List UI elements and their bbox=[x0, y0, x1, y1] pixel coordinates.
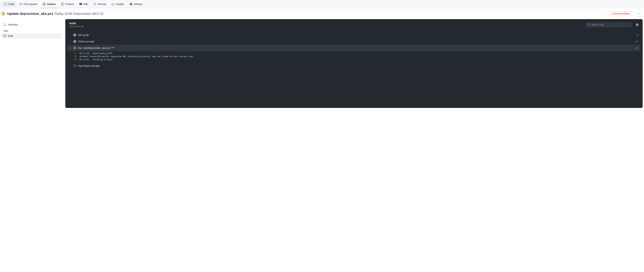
kebab-horizontal-icon bbox=[637, 12, 640, 15]
check-circle-icon bbox=[73, 40, 76, 43]
tab-settings-label: Settings bbox=[134, 3, 142, 5]
log-lines: 12 03:12:58 - Downloading RCTL 13 <h1>No… bbox=[67, 51, 641, 63]
line-text: <h1>Not Found</h1><p>The requested URL /… bbox=[79, 55, 193, 58]
search-logs-input[interactable] bbox=[592, 23, 630, 26]
sidebar: Summary Jobs build bbox=[1, 19, 61, 108]
tab-security-label: Security bbox=[98, 3, 106, 5]
search-icon bbox=[588, 23, 590, 26]
step-time: 1s bbox=[636, 34, 638, 36]
pending-circle-icon bbox=[73, 65, 76, 67]
more-menu-button[interactable] bbox=[636, 11, 641, 16]
status-running-icon bbox=[4, 34, 6, 37]
step-label: Post Check out repo bbox=[78, 65, 637, 67]
workflow-title: Update deprovision_aks.ps1 Rafay SOM Dep… bbox=[7, 12, 607, 16]
git-pull-request-icon bbox=[19, 3, 22, 5]
table-icon bbox=[61, 3, 64, 5]
run-body: Summary Jobs build build Started 26s ago bbox=[0, 19, 644, 112]
tab-security[interactable]: Security bbox=[92, 1, 108, 7]
steps-list: Set up job 1s Check out repo 12s bbox=[65, 30, 643, 72]
tab-pulls-label: Pull requests bbox=[24, 3, 37, 5]
workflow-title-sub: Rafay SOM Deprovision AKS #2 bbox=[54, 12, 104, 16]
tab-settings[interactable]: Settings bbox=[128, 1, 144, 7]
tab-projects-label: Projects bbox=[65, 3, 74, 5]
sidebar-job-build[interactable]: build bbox=[1, 33, 61, 39]
tab-actions[interactable]: Actions bbox=[41, 1, 58, 7]
sidebar-jobs-header: Jobs bbox=[1, 27, 61, 33]
log-started: Started 26s ago bbox=[70, 25, 583, 28]
tab-projects[interactable]: Projects bbox=[59, 1, 76, 7]
tab-actions-label: Actions bbox=[47, 3, 56, 5]
tab-code-label: Code bbox=[8, 3, 14, 5]
repo-nav: Code Pull requests Actions Projects Wiki… bbox=[0, 0, 644, 8]
log-title: build bbox=[70, 22, 583, 25]
tab-wiki-label: Wiki bbox=[84, 3, 88, 5]
step-time: 14s bbox=[635, 47, 638, 49]
log-header: build Started 26s ago bbox=[65, 19, 643, 30]
svg-point-1 bbox=[638, 13, 639, 14]
log-line: 14 03:13:01 - Deleting Cluster bbox=[67, 58, 641, 61]
log-settings-button[interactable] bbox=[634, 22, 640, 27]
status-running-icon bbox=[1, 12, 5, 15]
tab-insights[interactable]: Insights bbox=[110, 1, 126, 7]
workflow-title-main: Update deprovision_aks.ps1 bbox=[7, 12, 54, 16]
chevron-down-icon bbox=[69, 47, 72, 49]
log-panel: build Started 26s ago Set up job 1s bbox=[65, 19, 643, 108]
tab-pulls[interactable]: Pull requests bbox=[17, 1, 39, 7]
line-number: 13 bbox=[72, 55, 76, 58]
book-icon bbox=[79, 3, 82, 5]
step-label: Run ./aks/deprovision_aks.ps1 '*** bbox=[78, 47, 634, 49]
code-icon bbox=[4, 3, 7, 5]
step-label: Set up job bbox=[78, 34, 634, 36]
line-text: 03:12:58 - Downloading RCTL bbox=[79, 52, 113, 55]
step-setup-job[interactable]: Set up job 1s bbox=[67, 32, 641, 38]
cancel-workflow-button[interactable]: Cancel workflow bbox=[609, 11, 632, 16]
line-number: 12 bbox=[72, 52, 76, 55]
log-line: 12 03:12:58 - Downloading RCTL bbox=[67, 52, 641, 55]
chevron-right-icon bbox=[69, 34, 72, 36]
shield-icon bbox=[94, 3, 96, 5]
svg-point-2 bbox=[640, 13, 640, 14]
step-run-deprovision[interactable]: Run ./aks/deprovision_aks.ps1 '*** 14s bbox=[67, 45, 641, 51]
tab-code[interactable]: Code bbox=[2, 1, 16, 7]
play-circle-icon bbox=[43, 3, 46, 5]
step-post-checkout[interactable]: Post Check out repo bbox=[67, 63, 641, 69]
chevron-right-icon bbox=[69, 41, 72, 42]
gear-icon bbox=[130, 3, 132, 5]
workflow-icon bbox=[4, 23, 6, 26]
log-line: 13 <h1>Not Found</h1><p>The requested UR… bbox=[67, 55, 641, 58]
status-running-icon bbox=[73, 46, 76, 49]
svg-point-0 bbox=[637, 13, 638, 14]
step-time: 12s bbox=[635, 40, 638, 43]
search-logs-wrap[interactable] bbox=[586, 22, 632, 27]
line-text: 03:13:01 - Deleting Cluster bbox=[79, 58, 113, 61]
line-number: 14 bbox=[72, 58, 76, 61]
workflow-header: Update deprovision_aks.ps1 Rafay SOM Dep… bbox=[0, 8, 644, 19]
tab-insights-label: Insights bbox=[116, 3, 124, 5]
sidebar-job-build-label: build bbox=[8, 34, 13, 37]
step-checkout-repo[interactable]: Check out repo 12s bbox=[67, 38, 641, 45]
sidebar-summary[interactable]: Summary bbox=[1, 22, 61, 27]
tab-wiki[interactable]: Wiki bbox=[77, 1, 90, 7]
gear-icon bbox=[636, 23, 638, 26]
sidebar-summary-label: Summary bbox=[8, 23, 18, 26]
step-label: Check out repo bbox=[78, 40, 634, 43]
check-circle-icon bbox=[73, 33, 76, 36]
graph-icon bbox=[112, 3, 114, 5]
